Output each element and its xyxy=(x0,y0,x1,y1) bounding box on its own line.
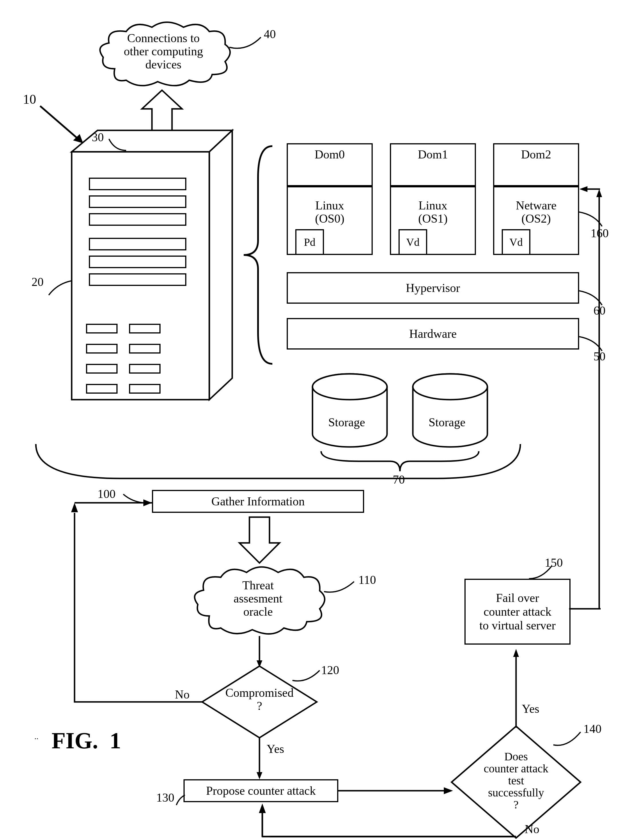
compromised-text: Compromised ? xyxy=(215,686,304,713)
ref-110: 110 xyxy=(358,573,376,587)
storage-2-text: Storage xyxy=(429,415,465,429)
server-button xyxy=(129,384,160,394)
yes-label-2: Yes xyxy=(522,702,539,716)
ref-120: 120 xyxy=(321,663,339,677)
storage-1-text: Storage xyxy=(328,415,365,429)
hardware: Hardware xyxy=(287,318,579,350)
svg-marker-14 xyxy=(257,772,262,779)
line-failover-right xyxy=(569,606,601,612)
server-button xyxy=(129,364,160,374)
drive-slot xyxy=(89,273,187,286)
server-button xyxy=(86,324,118,333)
dom2-title-text: Dom2 xyxy=(521,147,551,161)
dom1-os-text: Linux (OS1) xyxy=(418,199,448,225)
line-into-dom2 xyxy=(578,186,600,192)
test-text: Does counter attack test successfully ? xyxy=(465,751,567,811)
flow-top-feed xyxy=(34,441,522,493)
cloud-connections-text: Connections to other computing devices xyxy=(106,31,221,71)
no-return xyxy=(257,802,520,839)
leader-30 xyxy=(106,136,129,153)
drive-slot xyxy=(89,256,187,268)
hypervisor-text: Hypervisor xyxy=(406,281,460,295)
leader-20 xyxy=(46,278,75,298)
dom0-driver-text: Pd xyxy=(304,236,316,248)
propose-box: Propose counter attack xyxy=(183,779,338,802)
threat-text: Threat assesment oracle xyxy=(207,579,309,618)
leader-130 xyxy=(175,794,189,806)
arrow-test-to-failover xyxy=(513,648,519,728)
drive-slot xyxy=(89,178,187,190)
failover-text: Fail over counter attack to virtual serv… xyxy=(479,591,556,632)
dom0-title-text: Dom0 xyxy=(315,147,345,161)
arrow-comp-to-propose xyxy=(257,738,262,779)
ref-140: 140 xyxy=(583,722,602,736)
server-button xyxy=(86,344,118,353)
storage-1 xyxy=(309,372,390,450)
propose-text: Propose counter attack xyxy=(206,784,316,798)
svg-point-6 xyxy=(413,374,487,400)
dots: .. xyxy=(34,732,39,741)
server-button xyxy=(129,344,160,353)
leader-110 xyxy=(323,579,357,596)
dom1-driver-text: Vd xyxy=(406,236,420,248)
arrow-threat-to-compromised xyxy=(257,636,262,668)
drive-slot xyxy=(89,238,187,250)
svg-marker-1 xyxy=(209,130,232,400)
ref-10: 10 xyxy=(23,92,36,107)
svg-point-4 xyxy=(312,374,387,400)
drive-slot xyxy=(89,195,187,208)
hardware-text: Hardware xyxy=(409,327,457,341)
path-no-loop xyxy=(72,501,204,705)
dom0-title: Dom0 xyxy=(287,143,373,186)
svg-marker-29 xyxy=(513,649,519,657)
dom2-driver: Vd xyxy=(502,229,530,255)
leader-140 xyxy=(552,729,583,749)
dom2-driver-text: Vd xyxy=(510,236,522,248)
arrow-propose-to-test xyxy=(338,786,453,795)
yes-label-1: Yes xyxy=(267,742,284,756)
no-label-2: No xyxy=(525,822,539,836)
dom2-os-text: Netware (OS2) xyxy=(516,199,557,225)
svg-marker-34 xyxy=(580,186,588,192)
leader-40 xyxy=(229,34,264,51)
hypervisor: Hypervisor xyxy=(287,272,579,304)
ref-20: 20 xyxy=(31,275,44,289)
server-button xyxy=(86,364,118,374)
dom1-title: Dom1 xyxy=(390,143,476,186)
drive-slot xyxy=(89,213,187,226)
line-failover-to-dom2 xyxy=(596,188,602,609)
gather-text: Gather Information xyxy=(211,494,305,508)
brace xyxy=(241,143,275,367)
dom1-driver: Vd xyxy=(398,229,427,255)
failover-box: Fail over counter attack to virtual serv… xyxy=(465,579,571,645)
leader-150 xyxy=(527,564,553,580)
leader-120 xyxy=(291,668,323,685)
server-button xyxy=(129,324,160,333)
dom1-title-text: Dom1 xyxy=(418,147,448,161)
svg-marker-10 xyxy=(71,503,78,512)
dom0-os-text: Linux (OS0) xyxy=(315,199,345,225)
block-arrow-down xyxy=(238,516,281,564)
server-button xyxy=(86,384,118,394)
dom0-driver: Pd xyxy=(295,229,324,255)
storage-2 xyxy=(410,372,490,450)
figure-label: FIG. 1 xyxy=(51,728,121,754)
ref-40: 40 xyxy=(264,27,276,41)
ref-130: 130 xyxy=(156,791,174,804)
dom2-title: Dom2 xyxy=(493,143,579,186)
ref-100: 100 xyxy=(98,487,115,501)
ref-30: 30 xyxy=(92,130,104,144)
